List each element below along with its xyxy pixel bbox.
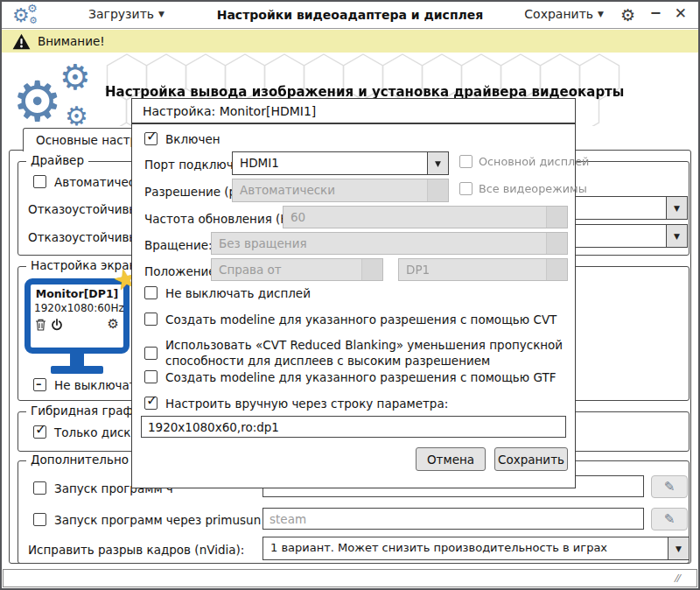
check-icon: ✓ xyxy=(146,392,158,409)
all-modes-checkbox[interactable] xyxy=(459,182,472,195)
monitor-frame: Monitor[DP1] 1920x1080:60Hz ⚙ xyxy=(24,278,130,354)
monitor-settings-gear-icon[interactable]: ⚙ xyxy=(108,318,119,331)
dropdown-button xyxy=(427,179,448,201)
check-icon: ✓ xyxy=(146,128,158,144)
gtf-checkbox[interactable] xyxy=(144,370,158,383)
rotation-combobox: Без вращения xyxy=(211,232,568,255)
position-label: Положение: xyxy=(144,264,220,278)
trash-icon[interactable] xyxy=(35,319,46,331)
gtf-checkbox-row[interactable]: Создать modeline для указанного разрешен… xyxy=(144,370,556,384)
titlebar: ⚙ ⚙ ⚙ Загрузить▼ Настройки видеоадаптера… xyxy=(2,2,698,29)
monitor-settings-dialog: Настройка: Monitor[HDMI1] ✓ Включен Порт… xyxy=(131,98,576,488)
monitor-mode: 1920x1080:60Hz xyxy=(34,302,120,314)
resolution-combobox: Автоматически xyxy=(232,179,449,202)
all-modes-checkbox-row[interactable]: Все видеорежимы xyxy=(459,182,587,195)
refresh-label: Частота обновления (Hz): xyxy=(144,212,304,226)
status-box: ∕∕ xyxy=(3,569,697,587)
app-logo-small: ⚙ ⚙ ⚙ xyxy=(12,3,44,28)
dropdown-button xyxy=(546,207,567,228)
port-combobox[interactable]: HDMI1 ▼ xyxy=(232,151,449,175)
primary-display-label: Основной дисплей xyxy=(479,155,589,168)
extra-group-legend: Дополнительно xyxy=(26,453,133,467)
rotation-label: Вращение: xyxy=(144,238,213,252)
cvt-rb-checkbox-row[interactable]: Использовать «CVT Reduced Blanking» умен… xyxy=(144,337,573,369)
all-modes-label: Все видеорежимы xyxy=(479,182,587,195)
cvt-rb-checkbox[interactable] xyxy=(144,347,158,360)
warning-text: Внимание! xyxy=(38,34,105,48)
chevron-down-icon: ▼ xyxy=(598,10,604,18)
gtf-label: Создать modeline для указанного разрешен… xyxy=(165,370,556,384)
save-menu-label: Сохранить xyxy=(524,7,593,21)
dialog-title: Настройка: Monitor[HDMI1] xyxy=(143,104,316,118)
power-icon[interactable] xyxy=(51,319,63,331)
cancel-button[interactable]: Отмена xyxy=(416,447,486,471)
manual-label: Настроить вручную через строку параметра… xyxy=(165,397,448,411)
monitor-name: Monitor[DP1] xyxy=(34,287,120,300)
monitor-stand xyxy=(70,354,84,366)
close-button[interactable]: ✕ xyxy=(675,6,687,21)
dlg-keep-display-label: Не выключать дисплей xyxy=(165,286,311,300)
rotation-value: Без вращения xyxy=(212,233,546,254)
cvt-rb-label: Использовать «CVT Reduced Blanking» умен… xyxy=(165,337,573,369)
cvt-checkbox[interactable] xyxy=(144,313,158,326)
dlg-keep-display-checkbox-row[interactable]: Не выключать дисплей xyxy=(144,286,311,300)
gear-icon: ⚙ xyxy=(27,3,38,14)
driver-group-legend: Драйвер xyxy=(26,153,88,167)
dropdown-button xyxy=(546,259,567,280)
position-value: Справа от xyxy=(212,259,361,280)
warning-icon xyxy=(12,33,31,50)
refresh-value: 60 xyxy=(284,207,546,228)
position-combobox: Справа от xyxy=(211,258,383,281)
dialog-separator xyxy=(132,123,575,124)
gear-icon: ⚙ xyxy=(65,103,88,130)
dlg-keep-display-checkbox[interactable] xyxy=(144,286,158,299)
dropdown-button[interactable]: ▼ xyxy=(427,152,448,174)
position-target-value: DP1 xyxy=(399,259,546,280)
enabled-checkbox[interactable]: ✓ xyxy=(144,132,158,145)
monitor-base xyxy=(51,366,103,374)
manual-param-input[interactable] xyxy=(141,416,566,438)
manual-checkbox-row[interactable]: ✓ Настроить вручную через строку парамет… xyxy=(144,397,448,411)
manual-checkbox[interactable]: ✓ xyxy=(144,397,158,410)
primary-display-checkbox-row[interactable]: Основной дисплей xyxy=(459,155,589,168)
gear-icon: ⚙ xyxy=(29,16,38,25)
enabled-checkbox-row[interactable]: ✓ Включен xyxy=(144,132,220,146)
resolution-value: Автоматически xyxy=(233,179,427,201)
window-title: Настройки видеоадаптера и дисплея xyxy=(177,8,523,22)
save-button[interactable]: Сохранить xyxy=(494,447,568,471)
load-menu-button[interactable]: Загрузить▼ xyxy=(88,7,164,21)
dropdown-button xyxy=(546,233,567,254)
minimize-button[interactable]: − xyxy=(650,6,662,20)
cvt-label: Создать modeline для указанного разрешен… xyxy=(165,313,556,327)
gear-icon: ⚙ xyxy=(60,60,91,95)
dropdown-button xyxy=(361,259,382,280)
refresh-field: 60 xyxy=(283,206,568,228)
app-window: ⚙ ⚙ ⚙ Загрузить▼ Настройки видеоадаптера… xyxy=(0,0,700,590)
load-menu-label: Загрузить xyxy=(88,7,154,21)
warning-banner: Внимание! xyxy=(2,30,698,53)
position-target-combobox: DP1 xyxy=(398,258,568,281)
port-value: HDMI1 xyxy=(233,152,427,174)
chevron-down-icon: ▼ xyxy=(435,159,441,168)
enabled-label: Включен xyxy=(165,132,220,146)
gear-icon: ⚙ xyxy=(12,74,62,130)
settings-gear-button[interactable]: ⚙ xyxy=(620,7,635,24)
monitor-widget[interactable]: ★ Monitor[DP1] 1920x1080:60Hz ⚙ xyxy=(24,278,130,374)
primary-display-checkbox[interactable] xyxy=(459,155,472,168)
chevron-down-icon: ▼ xyxy=(158,10,164,18)
resize-handle[interactable]: ∕∕ xyxy=(675,572,679,584)
save-menu-button[interactable]: Сохранить▼ xyxy=(524,7,604,21)
cvt-checkbox-row[interactable]: Создать modeline для указанного разрешен… xyxy=(144,313,556,327)
